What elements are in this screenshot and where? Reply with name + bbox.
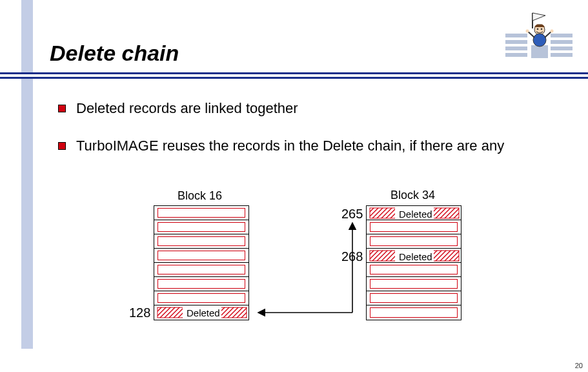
block16-deleted-text: Deleted xyxy=(187,307,220,318)
block34-deleted-text-268: Deleted xyxy=(399,251,432,262)
page-number: 20 xyxy=(575,362,583,369)
block34-deleted-text-265: Deleted xyxy=(399,209,432,220)
diagram: Block 16 128 Deleted Block 34 xyxy=(0,0,588,372)
chain-arrows xyxy=(0,0,588,372)
